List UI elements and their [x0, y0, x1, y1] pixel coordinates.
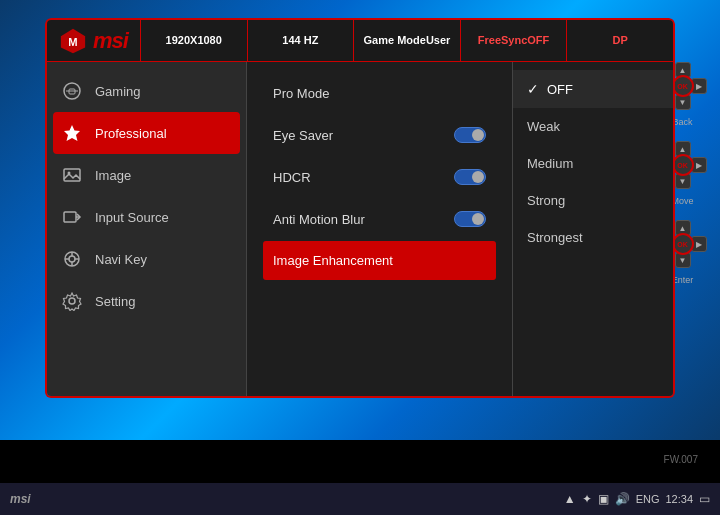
- main-content: Gaming Professional Im: [45, 62, 675, 398]
- check-icon: ✓: [527, 81, 539, 97]
- eye-saver-label: Eye Saver: [273, 128, 333, 143]
- sidebar-item-image[interactable]: Image: [47, 154, 246, 196]
- navi-key-icon: [61, 248, 83, 270]
- svg-marker-5: [64, 125, 80, 141]
- gamemode-stat: Game Mode User: [354, 20, 461, 61]
- image-enhancement-item[interactable]: Image Enhancement: [263, 241, 496, 280]
- setting-icon: [61, 290, 83, 312]
- sidebar-item-navi-key-label: Navi Key: [95, 252, 147, 267]
- svg-rect-8: [64, 212, 76, 222]
- arrow-up-icon: ▲: [564, 492, 576, 506]
- taskbar-left: msi: [10, 492, 556, 506]
- brand-text: msi: [93, 28, 128, 54]
- eye-saver-item[interactable]: Eye Saver: [263, 115, 496, 155]
- volume-icon: 🔊: [615, 492, 630, 506]
- option-weak-label: Weak: [527, 119, 560, 134]
- eye-saver-toggle[interactable]: [454, 127, 486, 143]
- taskbar-brand: msi: [10, 492, 31, 506]
- hdcr-toggle[interactable]: [454, 169, 486, 185]
- sidebar-item-gaming[interactable]: Gaming: [47, 70, 246, 112]
- svg-text:M: M: [68, 35, 77, 47]
- option-medium[interactable]: Medium: [513, 145, 673, 182]
- sidebar-item-gaming-label: Gaming: [95, 84, 141, 99]
- back-label: Back: [672, 117, 692, 127]
- right-options-panel: ✓ OFF Weak Medium Strong Strongest: [513, 62, 673, 396]
- sidebar: Gaming Professional Im: [47, 62, 247, 396]
- anti-motion-blur-item[interactable]: Anti Motion Blur: [263, 199, 496, 239]
- svg-point-16: [69, 298, 75, 304]
- option-off[interactable]: ✓ OFF: [513, 70, 673, 108]
- move-ok-label: OK: [677, 162, 688, 169]
- freesync-stat: FreeSync OFF: [461, 20, 568, 61]
- msi-logo: M msi: [47, 20, 141, 61]
- taskbar: msi ▲ ✦ ▣ 🔊 ENG 12:34 ▭: [0, 483, 720, 515]
- option-strongest[interactable]: Strongest: [513, 219, 673, 256]
- image-icon: [61, 164, 83, 186]
- sidebar-item-professional-label: Professional: [95, 126, 167, 141]
- title-bar: M msi 1920X1080 144 HZ Game Mode User Fr…: [45, 18, 675, 62]
- title-stats: 1920X1080 144 HZ Game Mode User FreeSync…: [141, 20, 673, 61]
- sidebar-item-input-source[interactable]: Input Source: [47, 196, 246, 238]
- dp-stat: DP: [567, 20, 673, 61]
- hdcr-item[interactable]: HDCR: [263, 157, 496, 197]
- taskbar-icons: ▲ ✦ ▣ 🔊 ENG 12:34 ▭: [564, 492, 710, 506]
- osd-window: M msi 1920X1080 144 HZ Game Mode User Fr…: [45, 18, 675, 418]
- pro-mode-label: Pro Mode: [273, 86, 329, 101]
- resolution-stat: 1920X1080: [141, 20, 248, 61]
- back-ok-label: OK: [677, 83, 688, 90]
- wifi-icon: ✦: [582, 492, 592, 506]
- svg-rect-6: [64, 169, 80, 181]
- image-enhancement-label: Image Enhancement: [273, 253, 393, 268]
- star-icon: [61, 122, 83, 144]
- svg-point-11: [69, 256, 75, 262]
- sidebar-item-navi-key[interactable]: Navi Key: [47, 238, 246, 280]
- clock: 12:34: [665, 493, 693, 505]
- hdcr-label: HDCR: [273, 170, 311, 185]
- monitor-icon: ▣: [598, 492, 609, 506]
- refresh-stat: 144 HZ: [248, 20, 355, 61]
- language-indicator: ENG: [636, 493, 660, 505]
- sidebar-item-setting-label: Setting: [95, 294, 135, 309]
- sidebar-item-professional[interactable]: Professional: [53, 112, 240, 154]
- firmware-version: FW.007: [664, 454, 698, 465]
- input-source-icon: [61, 206, 83, 228]
- gaming-icon: [61, 80, 83, 102]
- option-weak[interactable]: Weak: [513, 108, 673, 145]
- pro-mode-item[interactable]: Pro Mode: [263, 74, 496, 113]
- anti-motion-blur-label: Anti Motion Blur: [273, 212, 365, 227]
- dragon-icon: M: [59, 27, 87, 55]
- option-strong[interactable]: Strong: [513, 182, 673, 219]
- option-strong-label: Strong: [527, 193, 565, 208]
- option-medium-label: Medium: [527, 156, 573, 171]
- sidebar-item-image-label: Image: [95, 168, 131, 183]
- option-off-label: OFF: [547, 82, 573, 97]
- sidebar-item-input-source-label: Input Source: [95, 210, 169, 225]
- option-strongest-label: Strongest: [527, 230, 583, 245]
- desktop-icon[interactable]: ▭: [699, 492, 710, 506]
- center-panel: Pro Mode Eye Saver HDCR Anti Motion Blur…: [247, 62, 513, 396]
- sidebar-item-setting[interactable]: Setting: [47, 280, 246, 322]
- enter-ok-label: OK: [677, 241, 688, 248]
- anti-motion-blur-toggle[interactable]: [454, 211, 486, 227]
